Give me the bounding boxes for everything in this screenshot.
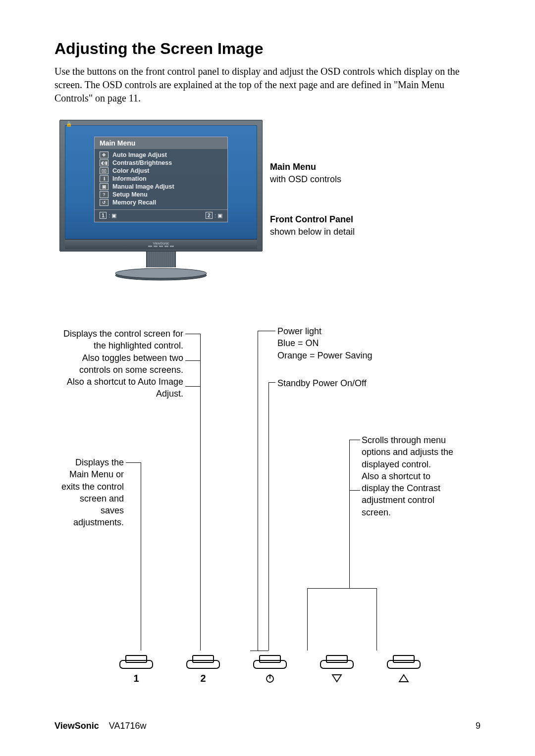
leader-line [268, 382, 275, 383]
callout-line: Displays the Main Menu or exits the cont… [54, 456, 124, 529]
leader-line [185, 360, 200, 361]
lock-icon: 🔒 [66, 121, 72, 127]
button-diagram: Displays the control screen for the high… [54, 318, 481, 694]
osd-footer: 1: ▣ 2: ▣ [95, 209, 227, 222]
osd-item-label: Auto Image Adjust [112, 151, 167, 158]
svg-rect-11 [326, 655, 347, 662]
color-icon: ▯▯ [100, 167, 108, 174]
main-menu-label: Main Menu with OSD controls [270, 162, 428, 185]
osd-item-label: Manual Image Adjust [112, 183, 174, 190]
leader-line [307, 588, 349, 589]
svg-rect-5 [193, 655, 214, 662]
main-menu-title: Main Menu [270, 162, 428, 172]
svg-rect-6 [254, 660, 286, 668]
svg-rect-7 [260, 655, 280, 662]
osd-item: ℹInformation [100, 175, 222, 183]
monitor-stand-base [114, 267, 208, 281]
monitor-stand-neck [146, 252, 176, 267]
callout-line: Also a shortcut to Auto Image Adjust. [54, 376, 183, 400]
monitor-screen: Main Menu ✥Auto Image Adjust ◐▮Contrast/… [65, 125, 257, 239]
power-icon [265, 672, 275, 684]
button-2-label: 2 [200, 672, 206, 684]
callout-line: Power light [277, 325, 406, 337]
leader-line [349, 440, 360, 440]
leader-line [268, 382, 269, 651]
leader-line [141, 462, 141, 651]
osd-foot-sym: : ▣ [214, 212, 222, 219]
osd-item: ◐▮Contrast/Brightness [100, 159, 222, 167]
leader-line [349, 588, 376, 589]
osd-item: ?Setup Menu [100, 191, 222, 199]
callout-line: Also a shortcut to display the Contrast … [362, 470, 461, 518]
front-panel-text: shown below in detail [270, 227, 428, 237]
callout-standby: Standby Power On/Off [277, 377, 376, 389]
osd-item: ✥Auto Image Adjust [100, 151, 222, 159]
callout-line: Displays the control screen for the high… [54, 328, 183, 352]
leader-line [126, 462, 141, 463]
osd-foot-sym: : ▣ [108, 212, 116, 219]
leader-line [185, 386, 200, 387]
triangle-up-icon [398, 672, 409, 684]
monitor-brand-label: ViewSonic [153, 242, 169, 245]
svg-rect-2 [120, 660, 153, 668]
svg-marker-12 [332, 675, 341, 682]
callout-line: Blue = ON [277, 337, 406, 349]
svg-point-1 [115, 268, 207, 278]
monitor-illustration: 🔒 Main Menu ✥Auto Image Adjust ◐▮Contras… [54, 120, 481, 298]
osd-foot-num: 2 [206, 212, 213, 219]
setup-icon: ? [100, 191, 108, 198]
leader-line [185, 334, 200, 334]
callout-line: Scrolls through menu options and adjusts… [362, 434, 461, 470]
front-panel-label: Front Control Panel shown below in detai… [270, 214, 428, 237]
callout-line: Standby Power On/Off [277, 377, 376, 389]
callout-button2: Displays the control screen for the high… [54, 328, 183, 400]
osd-items: ✥Auto Image Adjust ◐▮Contrast/Brightness… [95, 149, 227, 209]
svg-marker-15 [399, 675, 408, 682]
monitor-chin: ViewSonic [65, 239, 257, 249]
button-power [253, 655, 287, 684]
leader-line [258, 331, 275, 331]
osd-item-label: Information [112, 175, 147, 182]
leader-line [349, 490, 360, 491]
svg-rect-10 [321, 660, 353, 668]
hardware-buttons: 1 2 [119, 655, 421, 684]
monitor-graphic: 🔒 Main Menu ✥Auto Image Adjust ◐▮Contras… [59, 120, 263, 281]
recall-icon: ↺ [100, 199, 108, 206]
svg-rect-13 [387, 660, 420, 668]
auto-adjust-icon: ✥ [100, 151, 108, 158]
leader-line [307, 588, 308, 651]
callout-power-light: Power light Blue = ON Orange = Power Sav… [277, 325, 406, 361]
side-labels: Main Menu with OSD controls Front Contro… [270, 162, 428, 267]
osd-item-label: Color Adjust [112, 167, 150, 174]
front-panel-title: Front Control Panel [270, 214, 428, 225]
callout-arrows: Scrolls through menu options and adjusts… [362, 434, 461, 518]
front-button-strip [148, 246, 174, 247]
contrast-icon: ◐▮ [100, 159, 108, 166]
osd-foot-left: 1: ▣ [100, 212, 116, 219]
button-down [320, 655, 354, 684]
button-2: 2 [186, 655, 220, 684]
leader-line [250, 651, 268, 651]
page-footer: ViewSonic VA1716w 9 [54, 721, 481, 731]
footer-brand: ViewSonic [54, 721, 99, 731]
osd-foot-num: 1 [100, 212, 107, 219]
triangle-down-icon [331, 672, 342, 684]
intro-paragraph: Use the buttons on the front control pan… [54, 65, 481, 105]
osd-item: ▣Manual Image Adjust [100, 183, 222, 191]
callout-line: Orange = Power Saving [277, 350, 406, 361]
button-1: 1 [119, 655, 154, 684]
footer-model: VA1716w [109, 721, 147, 731]
osd-panel: Main Menu ✥Auto Image Adjust ◐▮Contrast/… [94, 137, 228, 222]
page-title: Adjusting the Screen Image [54, 40, 481, 58]
leader-line [200, 334, 201, 651]
leader-line [376, 588, 377, 651]
osd-item-label: Contrast/Brightness [112, 159, 172, 166]
svg-rect-3 [126, 655, 147, 662]
info-icon: ℹ [100, 175, 108, 182]
osd-foot-right: 2: ▣ [206, 212, 222, 219]
main-menu-text: with OSD controls [270, 174, 428, 185]
button-up [386, 655, 421, 684]
footer-left: ViewSonic VA1716w [54, 721, 146, 731]
callout-line: Also toggles between two controls on som… [54, 352, 183, 376]
osd-item-label: Setup Menu [112, 191, 148, 198]
